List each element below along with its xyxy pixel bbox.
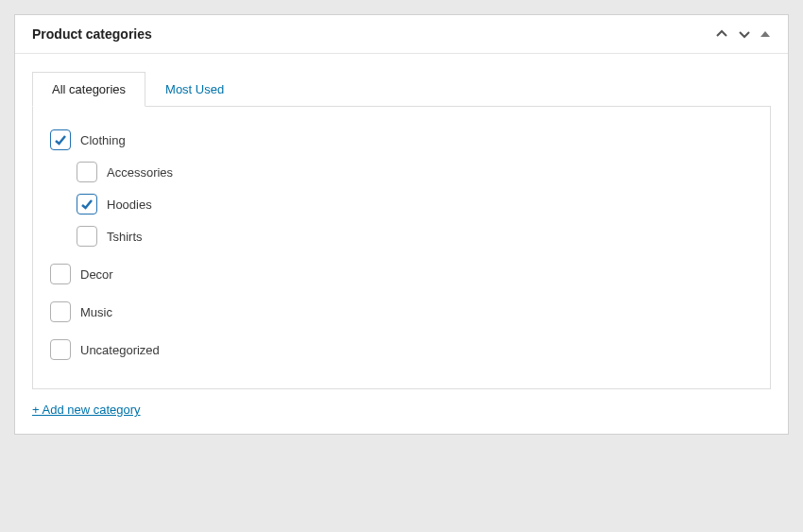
collapse-icon[interactable] <box>760 28 771 40</box>
checkbox-hoodies[interactable] <box>77 194 97 215</box>
category-item-music[interactable]: Music <box>50 296 753 328</box>
category-label: Hoodies <box>107 197 152 212</box>
category-item-accessories[interactable]: Accessories <box>77 156 753 188</box>
category-label: Tshirts <box>107 230 143 244</box>
product-categories-panel: Product categories All categories Most U… <box>14 14 789 435</box>
category-item-tshirts[interactable]: Tshirts <box>77 220 753 252</box>
panel-header: Product categories <box>15 15 788 54</box>
category-list-panel: Clothing Accessories <box>32 107 771 389</box>
checkbox-uncategorized[interactable] <box>50 339 71 360</box>
add-new-category-link[interactable]: + Add new category <box>32 403 141 417</box>
checkbox-decor[interactable] <box>50 264 71 284</box>
panel-title: Product categories <box>32 26 152 42</box>
category-label: Decor <box>80 267 113 282</box>
category-item-clothing[interactable]: Clothing <box>50 124 753 156</box>
category-item-hoodies[interactable]: Hoodies <box>77 188 753 220</box>
category-list: Clothing Accessories <box>50 124 753 366</box>
category-label: Clothing <box>80 133 126 147</box>
category-label: Uncategorized <box>80 343 160 357</box>
category-tabs: All categories Most Used <box>32 71 771 107</box>
category-label: Accessories <box>107 165 173 180</box>
panel-body: All categories Most Used Clothing <box>15 54 788 434</box>
category-item-uncategorized[interactable]: Uncategorized <box>50 334 753 366</box>
tab-most-used[interactable]: Most Used <box>145 72 244 107</box>
checkbox-accessories[interactable] <box>77 162 97 182</box>
checkbox-clothing[interactable] <box>50 129 71 150</box>
svg-marker-0 <box>760 31 770 37</box>
checkbox-tshirts[interactable] <box>77 226 97 247</box>
category-item-decor[interactable]: Decor <box>50 258 753 290</box>
tab-all-categories[interactable]: All categories <box>32 72 145 107</box>
move-up-icon[interactable] <box>714 26 729 42</box>
checkbox-music[interactable] <box>50 301 71 322</box>
category-label: Music <box>80 305 112 319</box>
panel-header-controls <box>714 26 771 42</box>
move-down-icon[interactable] <box>737 26 752 42</box>
